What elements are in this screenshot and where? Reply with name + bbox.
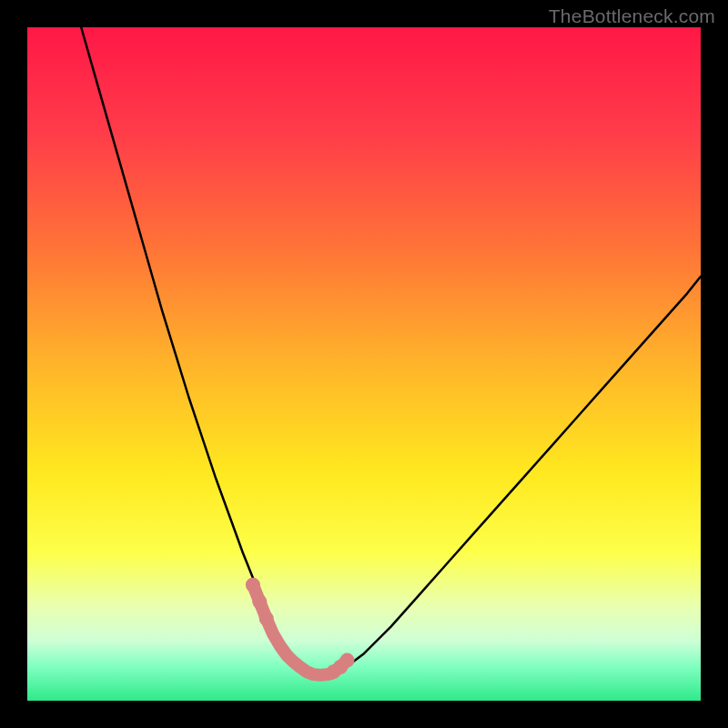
highlight-dot [340,653,355,668]
gradient-background [27,27,701,701]
watermark-text: TheBottleneck.com [549,5,715,27]
bottleneck-chart [27,27,701,701]
highlight-dot [259,612,274,626]
chart-frame: TheBottleneck.com [0,0,728,728]
highlight-dot [246,578,260,592]
highlight-dot [252,594,267,609]
plot-area [27,27,701,701]
